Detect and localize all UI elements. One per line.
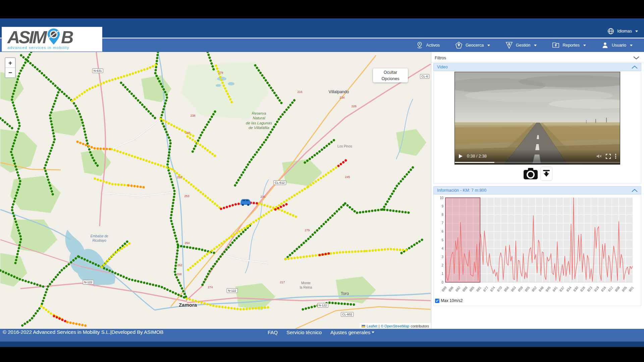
zoom-in-button[interactable]: +	[5, 58, 15, 68]
svg-text:899: 899	[441, 286, 447, 292]
download-icon	[543, 170, 550, 178]
informacion-header[interactable]: Información - KM: 7 m:800	[433, 186, 641, 194]
copyright-text: © 2016-2022 Advanced Services in Mobilit…	[3, 329, 164, 335]
footer-link-label: Ajustes generales	[330, 329, 370, 335]
button-line2: Opciones	[373, 76, 408, 82]
snapshot-button[interactable]	[522, 167, 539, 181]
camera-icon	[523, 168, 538, 180]
menu-label: Reportes	[562, 43, 580, 48]
svg-text:816: 816	[600, 286, 607, 292]
footer-link-ajustes-generales[interactable]: Ajustes generales	[330, 329, 374, 335]
svg-text:848: 848	[538, 286, 544, 292]
acceleration-chart[interactable]: 0123456789108998968928888858818778748708…	[434, 194, 641, 298]
video-section: Video	[433, 63, 641, 184]
logo-text-asim: ASIM	[7, 29, 46, 45]
osm-link[interactable]: © OpenStreetMap	[381, 324, 409, 328]
svg-text:812: 812	[607, 286, 613, 292]
chevron-down-icon	[583, 45, 586, 46]
globe-icon	[607, 27, 614, 35]
chevron-up-icon	[632, 65, 638, 69]
leaflet-map[interactable]: + − Ocultar Opciones Leaflet | ©	[0, 52, 431, 329]
svg-text:870: 870	[496, 286, 503, 292]
vehicle-marker-icon[interactable]	[239, 197, 252, 207]
svg-text:845: 845	[545, 286, 551, 292]
zoom-out-button[interactable]: −	[5, 68, 15, 77]
video-header[interactable]: Video	[433, 63, 641, 71]
menu-item-gestion[interactable]: Gestión	[505, 42, 537, 49]
kebab-menu-icon[interactable]	[615, 154, 616, 159]
button-line1: Ocultar	[373, 69, 408, 76]
menu-label: Activos	[426, 43, 440, 48]
play-icon[interactable]	[458, 154, 463, 159]
asimob-logo[interactable]: ASIM B advanced services in mobility	[2, 27, 102, 51]
map-base-svg	[0, 52, 431, 329]
max-accel-row: Max 10m/s2	[434, 298, 641, 306]
chevron-down-icon	[635, 31, 638, 32]
asimob-app: Idiomas Activos Geocerca	[0, 18, 644, 347]
download-button[interactable]	[540, 167, 552, 181]
attribution-divider: |	[379, 324, 380, 328]
max-accel-label: Max 10m/s2	[441, 298, 463, 303]
logo-pin-icon	[47, 28, 61, 45]
logo-text-b: B	[61, 29, 72, 45]
footer-link-faq[interactable]: FAQ	[268, 329, 278, 335]
ocultar-opciones-button[interactable]: Ocultar Opciones	[373, 68, 408, 82]
menu-item-geocerca[interactable]: Geocerca	[455, 42, 490, 49]
filtros-header[interactable]: Filtros	[431, 54, 644, 62]
svg-text:801: 801	[628, 286, 634, 292]
svg-text:834: 834	[566, 286, 572, 292]
reports-icon	[552, 42, 559, 49]
informacion-section: Información - KM: 7 m:800 01234567891089…	[433, 186, 641, 306]
svg-text:2: 2	[441, 263, 443, 267]
leaflet-link[interactable]: Leaflet	[367, 324, 377, 328]
map-zoom-control: + −	[5, 57, 16, 78]
logo-tagline: advanced services in mobility	[7, 46, 102, 50]
svg-text:8: 8	[441, 213, 443, 217]
video-progress-fill	[455, 162, 494, 163]
flag-icon	[362, 325, 365, 327]
svg-text:841: 841	[552, 286, 558, 292]
svg-text:9: 9	[441, 204, 443, 208]
chart-body: 0123456789108998968928888858818778748708…	[433, 194, 641, 306]
content-row: + − Ocultar Opciones Leaflet | ©	[0, 52, 644, 329]
idiomas-menu[interactable]: Idiomas	[607, 27, 638, 35]
video-player[interactable]: 0:38 / 2:38	[454, 72, 620, 165]
chevron-down-icon	[534, 45, 537, 46]
svg-text:805: 805	[621, 286, 628, 292]
svg-text:892: 892	[455, 286, 461, 292]
menu-label: Geocerca	[466, 43, 484, 48]
menu-label: Usuario	[612, 43, 626, 48]
svg-text:855: 855	[524, 286, 530, 292]
fullscreen-icon[interactable]	[606, 154, 611, 159]
menu-item-usuario[interactable]: Usuario	[601, 42, 633, 49]
asset-pin-icon	[416, 42, 423, 49]
svg-text:885: 885	[469, 286, 475, 292]
mute-icon[interactable]	[596, 154, 602, 159]
user-icon	[601, 42, 609, 49]
svg-text:896: 896	[448, 286, 454, 292]
max-accel-checkbox[interactable]	[435, 299, 439, 303]
footer-links: FAQ Servicio técnico Ajustes generales	[268, 329, 374, 335]
check-icon	[436, 299, 439, 302]
svg-text:877: 877	[482, 286, 489, 292]
svg-text:4: 4	[441, 247, 443, 250]
svg-text:826: 826	[580, 286, 586, 292]
svg-text:830: 830	[573, 286, 579, 292]
footer-link-servicio-tecnico[interactable]: Servicio técnico	[286, 329, 322, 335]
geofence-icon	[455, 42, 463, 49]
chevron-down-icon	[487, 45, 490, 46]
menu-item-activos[interactable]: Activos	[416, 42, 440, 49]
svg-text:823: 823	[586, 286, 593, 292]
svg-text:837: 837	[559, 286, 565, 292]
management-icon	[505, 42, 513, 49]
svg-text:7: 7	[441, 221, 443, 225]
chevron-down-icon	[633, 56, 639, 60]
svg-text:874: 874	[489, 286, 496, 292]
screen: Idiomas Activos Geocerca	[0, 0, 644, 362]
svg-text:859: 859	[517, 286, 524, 292]
svg-text:0: 0	[441, 281, 443, 284]
chevron-down-icon	[630, 45, 633, 46]
video-progress-track[interactable]	[455, 162, 620, 163]
menu-item-reportes[interactable]: Reportes	[552, 42, 586, 49]
idiomas-label: Idiomas	[617, 29, 632, 34]
